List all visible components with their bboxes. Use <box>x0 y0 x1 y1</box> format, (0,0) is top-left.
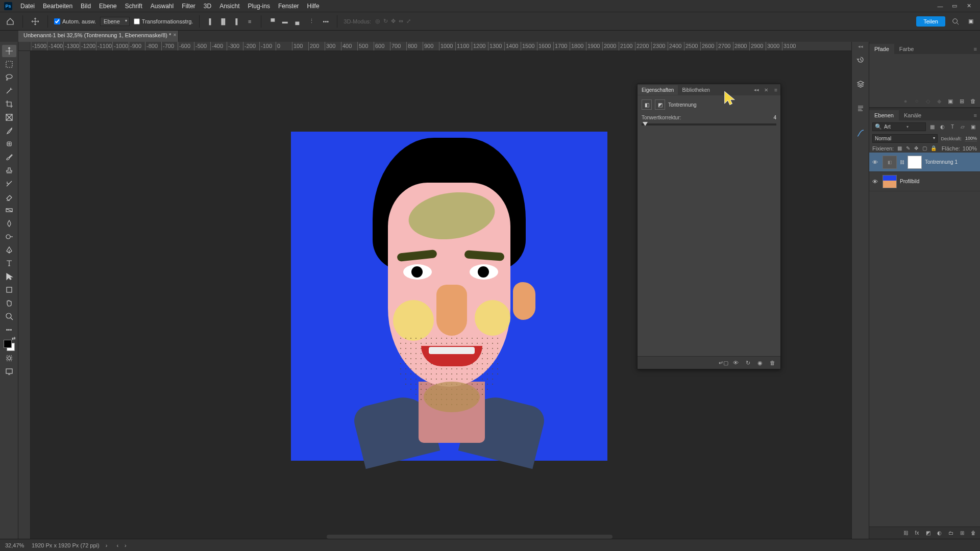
opacity-value[interactable]: 100% <box>965 136 977 141</box>
delete-adjustment-icon[interactable]: 🗑 <box>768 359 776 367</box>
lock-transparent-icon[interactable]: ▦ <box>896 145 902 152</box>
new-layer-icon[interactable]: ⊞ <box>958 529 966 537</box>
mask-thumb[interactable] <box>908 156 922 169</box>
tab-properties[interactable]: Eigenschaften <box>638 85 678 95</box>
tab-color[interactable]: Farbe <box>894 44 919 54</box>
wand-tool[interactable] <box>2 85 16 97</box>
paths-panel-menu-icon[interactable]: ≡ <box>971 44 980 54</box>
filter-pixel-icon[interactable]: ▦ <box>928 123 936 131</box>
layer-row-adjustment[interactable]: 👁 ◧ ⛓ Tontrennung 1 <box>869 153 980 172</box>
type-tool[interactable] <box>2 257 16 269</box>
align-left-icon[interactable]: ▌ <box>206 16 216 27</box>
visibility-toggle-icon[interactable]: 👁 <box>872 179 879 185</box>
move-tool-icon[interactable] <box>29 15 41 28</box>
window-minimize[interactable]: — <box>934 2 946 11</box>
shape-tool[interactable] <box>2 284 16 296</box>
zoom-level[interactable]: 32,47% <box>5 542 26 548</box>
selection-to-path-icon[interactable]: ◆ <box>935 97 943 105</box>
distribute-v-icon[interactable]: ⋮ <box>306 16 316 27</box>
levels-value[interactable]: 4 <box>766 115 776 120</box>
delete-path-icon[interactable]: 🗑 <box>969 97 977 105</box>
align-center-h-icon[interactable]: ▐▌ <box>218 16 228 27</box>
document-tab[interactable]: Unbenannt-1 bei 32,5% (Tontrennung 1, Eb… <box>18 31 179 42</box>
filter-type-icon[interactable]: T <box>948 123 957 131</box>
color-swatches[interactable]: ⇄ <box>4 340 15 351</box>
stroke-path-icon[interactable]: ○ <box>913 97 921 105</box>
clip-to-layer-icon[interactable]: ↵▢ <box>719 359 727 367</box>
layer-fx-icon[interactable]: fx <box>913 529 921 537</box>
share-button[interactable]: Teilen <box>916 16 945 27</box>
properties-floating-panel[interactable]: Eigenschaften Bibliotheken ◂◂ ✕ ≡ ◧ ◩ To… <box>637 84 781 369</box>
more-tools[interactable]: ••• <box>2 323 16 336</box>
layer-link-icon[interactable]: ⛓ <box>900 160 904 165</box>
layer-row-pixel[interactable]: 👁 Profilbild <box>869 172 980 191</box>
eraser-tool[interactable] <box>2 191 16 203</box>
heal-tool[interactable] <box>2 138 16 150</box>
panel-collapse-icon[interactable]: ◂◂ <box>752 87 761 92</box>
transform-controls-checkbox[interactable]: Transformationsstrg. <box>134 18 193 24</box>
lock-artboard-icon[interactable]: ▢ <box>922 145 928 152</box>
align-top-icon[interactable]: ▀ <box>267 16 278 27</box>
status-next-icon[interactable]: › <box>125 542 127 548</box>
link-layers-icon[interactable]: ⛓ <box>902 529 910 537</box>
lock-all-icon[interactable]: 🔒 <box>930 145 937 152</box>
hand-tool[interactable] <box>2 297 16 309</box>
screen-mode-icon[interactable] <box>2 365 16 378</box>
marquee-tool[interactable] <box>2 58 16 70</box>
layer-filter-input[interactable] <box>884 124 904 130</box>
paths-panel-content[interactable] <box>869 54 980 95</box>
layer-filter-dropdown[interactable]: 🔍 ▾ <box>872 122 926 131</box>
menu-layer[interactable]: Ebene <box>95 3 121 10</box>
path-select-tool[interactable] <box>2 270 16 283</box>
menu-window[interactable]: Fenster <box>274 3 303 10</box>
history-brush-tool[interactable] <box>2 178 16 190</box>
layer-name[interactable]: Tontrennung 1 <box>925 159 958 165</box>
lock-pixels-icon[interactable]: ✎ <box>905 145 911 152</box>
filter-shape-icon[interactable]: ▱ <box>959 123 967 131</box>
menu-type[interactable]: Schrift <box>121 3 146 10</box>
add-mask-icon[interactable]: ◩ <box>924 529 932 537</box>
menu-select[interactable]: Auswahl <box>146 3 178 10</box>
blend-mode-dropdown[interactable]: Normal <box>872 134 938 143</box>
pen-tool[interactable] <box>2 244 16 256</box>
zoom-tool[interactable] <box>2 310 16 322</box>
foreground-color[interactable] <box>4 340 12 348</box>
fill-value[interactable]: 100% <box>963 145 977 152</box>
view-previous-icon[interactable]: ◉ <box>756 359 764 367</box>
auto-select-target-dropdown[interactable]: Ebene <box>100 17 130 26</box>
search-icon[interactable] <box>950 16 961 27</box>
visibility-toggle-icon[interactable]: 👁 <box>872 159 879 165</box>
window-restore[interactable]: ▭ <box>948 2 961 11</box>
menu-help[interactable]: Hilfe <box>303 3 324 10</box>
adjustment-type-icon[interactable]: ◧ <box>642 99 652 110</box>
ruler-origin[interactable] <box>18 42 31 51</box>
dock-expand-icon[interactable]: ◂◂ <box>858 44 863 49</box>
document-canvas[interactable] <box>291 132 607 461</box>
menu-image[interactable]: Bild <box>77 3 95 10</box>
new-adjustment-icon[interactable]: ◐ <box>936 529 943 537</box>
tab-layers[interactable]: Ebenen <box>869 110 899 120</box>
menu-file[interactable]: Datei <box>16 3 39 10</box>
align-right-icon[interactable]: ▐ <box>230 16 240 27</box>
document-info[interactable]: 1920 Px x 1920 Px (72 ppi) <box>32 542 100 548</box>
history-panel-icon[interactable] <box>854 53 867 66</box>
window-close[interactable]: ✕ <box>963 2 975 11</box>
panel-close-icon[interactable]: ✕ <box>761 87 771 93</box>
gradient-tool[interactable] <box>2 204 16 216</box>
crop-tool[interactable] <box>2 98 16 110</box>
menu-view[interactable]: Ansicht <box>215 3 243 10</box>
paragraph-panel-icon[interactable] <box>854 102 867 115</box>
stamp-tool[interactable] <box>2 164 16 177</box>
slider-knob[interactable] <box>643 122 648 126</box>
delete-layer-icon[interactable]: 🗑 <box>969 529 977 537</box>
layers-list[interactable]: 👁 ◧ ⛓ Tontrennung 1 👁 Profilbild <box>869 153 980 527</box>
mask-type-icon[interactable]: ◩ <box>655 99 665 110</box>
levels-slider[interactable] <box>642 123 776 126</box>
blur-tool[interactable] <box>2 217 16 230</box>
panel-menu-icon[interactable]: ≡ <box>771 87 780 93</box>
path-to-selection-icon[interactable]: ◇ <box>924 97 932 105</box>
ruler-vertical[interactable] <box>18 51 31 539</box>
layers-panel-menu-icon[interactable]: ≡ <box>971 110 980 120</box>
menu-edit[interactable]: Bearbeiten <box>39 3 77 10</box>
menu-filter[interactable]: Filter <box>178 3 200 10</box>
